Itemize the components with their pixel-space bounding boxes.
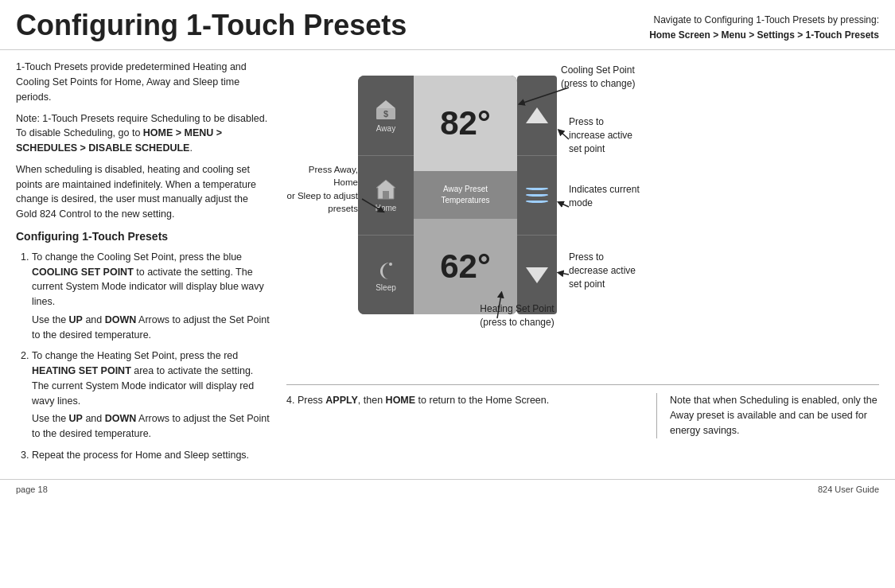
nav-intro: Navigate to Configuring 1-Touch Presets … [654, 14, 879, 25]
nav-path: Home Screen > Menu > Settings > 1-Touch … [649, 29, 879, 41]
bottom-section: 4. Press APPLY, then HOME to return to t… [286, 384, 879, 438]
left-column: 1-Touch Presets provide predetermined He… [16, 60, 270, 469]
mode-indicator [517, 156, 557, 236]
svg-rect-4 [383, 191, 389, 199]
main-content: 1-Touch Presets provide predetermined He… [0, 50, 895, 478]
annotation-increase: Press to increase active set point [569, 115, 704, 155]
step4-home: HOME [386, 395, 416, 406]
step-3: Repeat the process for Home and Sleep se… [32, 448, 270, 463]
ann-cooling-text: Cooling Set Point (press to change) [561, 64, 635, 89]
step-1b: Use the UP and DOWN Arrows to adjust the… [32, 313, 270, 343]
wavy-line-2 [526, 193, 548, 197]
intro2-suffix: . [189, 142, 192, 154]
page-footer: page 18 824 User Guide [0, 479, 895, 499]
step2-prefix: To change the Heating Set Point, press t… [32, 350, 238, 361]
step4-suffix: to return to the Home Screen. [415, 395, 549, 406]
steps-list: To change the Cooling Set Point, press t… [16, 250, 270, 463]
ann-heating-text: Heating Set Point (press to change) [480, 303, 554, 328]
svg-marker-1 [376, 100, 395, 108]
thermostat-device: $ Away Home [358, 76, 517, 314]
svg-line-7 [560, 131, 569, 139]
down-arrow-icon [526, 267, 548, 283]
heating-temp-value: 62° [440, 250, 491, 283]
intro-paragraph-1: 1-Touch Presets provide predetermined He… [16, 60, 270, 104]
step2b-up: UP [69, 413, 83, 424]
step1-bold: COOLING SET POINT [32, 267, 134, 278]
away-icon: $ [375, 99, 397, 121]
ann-press-away-text: Press Away, Home or Sleep to adjust pres… [286, 165, 358, 212]
wavy-line-3 [526, 200, 548, 203]
step-2b: Use the UP and DOWN Arrows to adjust the… [32, 411, 270, 442]
home-button[interactable]: Home [358, 156, 414, 236]
intro2-prefix: Note: 1-Touch Presets require Scheduling… [16, 113, 267, 139]
step4-apply: APPLY [325, 395, 358, 406]
heating-temp-display[interactable]: 62° [414, 219, 517, 314]
svg-line-8 [560, 203, 569, 207]
thermostat-controls [517, 76, 557, 314]
thermostat-preset-buttons: $ Away Home [358, 76, 414, 314]
intro-paragraph-3: When scheduling is disabled, heating and… [16, 162, 270, 222]
ann-mode-text: Indicates current mode [569, 184, 640, 208]
sleep-label: Sleep [376, 283, 396, 292]
cooling-temp-value: 82° [440, 107, 491, 140]
away-label: Away [376, 124, 395, 133]
step2b-down: DOWN [105, 413, 137, 424]
home-label: Home [376, 204, 397, 212]
up-arrow-icon [526, 107, 548, 123]
sleep-button[interactable]: Sleep [358, 236, 414, 314]
preset-label-area: Away Preset Temperatures [414, 171, 517, 219]
step2-bold: HEATING SET POINT [32, 365, 131, 376]
preset-label: Away Preset Temperatures [441, 184, 489, 206]
step-2: To change the Heating Set Point, press t… [32, 349, 270, 442]
step1b-down: DOWN [105, 314, 137, 325]
annotation-mode: Indicates current mode [569, 183, 704, 210]
svg-line-9 [560, 273, 569, 275]
step1b-mid: and [83, 314, 105, 325]
right-column: Press Away, Home or Sleep to adjust pres… [286, 60, 879, 469]
annotation-decrease: Press to decrease active set point [569, 251, 704, 290]
ann-decrease-text: Press to decrease active set point [569, 251, 636, 290]
mode-wavy-lines [526, 187, 548, 203]
step4-mid: , then [358, 395, 386, 406]
intro-paragraph-2: Note: 1-Touch Presets require Scheduling… [16, 111, 270, 156]
page-title: Configuring 1-Touch Presets [16, 10, 407, 41]
sub-section-title: Configuring 1-Touch Presets [16, 228, 270, 245]
annotation-press-away: Press Away, Home or Sleep to adjust pres… [286, 163, 358, 214]
step2b-prefix: Use the [32, 413, 69, 424]
guide-title: 824 User Guide [818, 485, 879, 494]
wavy-line-1 [526, 187, 548, 190]
away-button[interactable]: $ Away [358, 76, 414, 155]
sleep-icon [375, 258, 397, 280]
step1b-up: UP [69, 314, 83, 325]
bottom-right: Note that when Scheduling is enabled, on… [656, 393, 879, 438]
annotation-cooling: Cooling Set Point (press to change) [561, 64, 696, 91]
ann-increase-text: Press to increase active set point [569, 116, 632, 154]
step1b-prefix: Use the [32, 314, 69, 325]
svg-point-5 [389, 263, 392, 266]
home-icon [375, 178, 397, 201]
page-header: Configuring 1-Touch Presets Navigate to … [0, 0, 895, 50]
step4-prefix: 4. Press [286, 395, 325, 406]
bottom-left: 4. Press APPLY, then HOME to return to t… [286, 393, 640, 438]
step-1: To change the Cooling Set Point, press t… [32, 250, 270, 343]
step1-prefix: To change the Cooling Set Point, press t… [32, 251, 242, 263]
annotation-heating: Heating Set Point (press to change) [446, 302, 589, 329]
step2b-mid: and [83, 413, 105, 424]
diagram-area: Press Away, Home or Sleep to adjust pres… [286, 60, 879, 378]
page-number: page 18 [16, 485, 48, 494]
svg-text:$: $ [383, 109, 388, 119]
note-text: Note that when Scheduling is enabled, on… [670, 395, 877, 436]
increase-button[interactable] [517, 76, 557, 155]
navigation-path: Navigate to Configuring 1-Touch Presets … [649, 10, 879, 43]
thermostat-display: 82° Away Preset Temperatures 62° [414, 76, 517, 314]
cooling-temp-display[interactable]: 82° [414, 76, 517, 171]
